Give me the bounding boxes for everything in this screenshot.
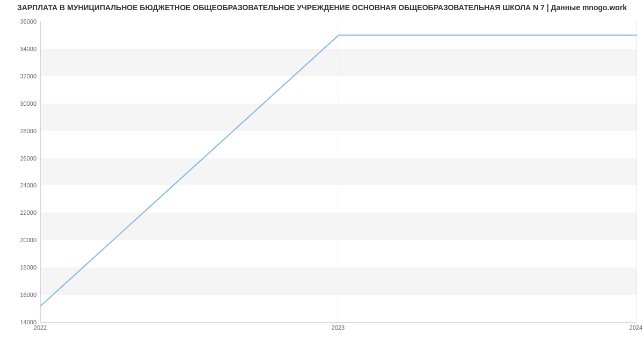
chart-title: ЗАРПЛАТА В МУНИЦИПАЛЬНОЕ БЮДЖЕТНОЕ ОБЩЕО…	[0, 3, 644, 12]
y-tick-label: 22000	[4, 209, 36, 216]
x-tick-label: 2022	[34, 324, 47, 331]
salary-line-chart: ЗАРПЛАТА В МУНИЦИПАЛЬНОЕ БЮДЖЕТНОЕ ОБЩЕО…	[0, 0, 644, 349]
data-line	[41, 21, 636, 322]
y-tick-label: 28000	[4, 128, 36, 134]
y-tick-label: 36000	[4, 18, 36, 25]
x-gridline	[636, 21, 637, 322]
y-tick-label: 24000	[4, 182, 36, 188]
y-tick-label: 26000	[4, 155, 36, 162]
y-tick-label: 16000	[4, 292, 36, 298]
y-tick-label: 32000	[4, 73, 36, 79]
x-tick-label: 2023	[332, 324, 345, 331]
y-tick-label: 30000	[4, 100, 36, 107]
y-tick-label: 34000	[4, 46, 36, 52]
plot-area	[40, 21, 636, 323]
x-tick-label: 2024	[630, 324, 642, 331]
y-tick-label: 14000	[4, 319, 36, 325]
y-tick-label: 20000	[4, 237, 36, 243]
y-tick-label: 18000	[4, 264, 36, 271]
